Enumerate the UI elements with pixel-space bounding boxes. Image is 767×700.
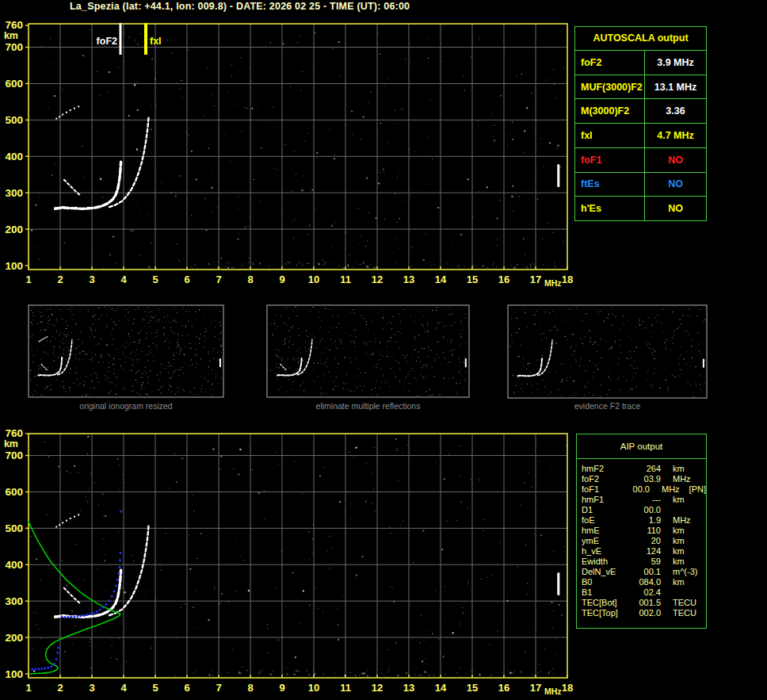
noise-dot (297, 42, 298, 43)
noise-dot (550, 312, 551, 313)
noise-dot (167, 316, 168, 316)
aip-name: TEC[Top] (582, 608, 628, 618)
noise-dot (96, 344, 97, 345)
noise-dot (238, 233, 239, 234)
noise-dot (593, 377, 593, 377)
noise-dot (133, 361, 134, 361)
noise-dot (335, 341, 336, 342)
noise-dot (189, 568, 191, 570)
noise-dot (41, 370, 42, 371)
thumb-interference-dash (219, 358, 221, 367)
noise-dot (48, 108, 48, 109)
noise-dot (511, 196, 513, 197)
noise-dot (119, 320, 120, 321)
noise-dot (653, 354, 654, 355)
noise-dot (182, 335, 183, 336)
noise-dot (70, 369, 71, 369)
noise-dot (381, 381, 382, 382)
noise-dot (212, 351, 212, 352)
noise-dot (161, 387, 162, 388)
noise-dot (363, 342, 364, 342)
noise-dot (276, 349, 277, 350)
noise-dot (74, 319, 74, 319)
noise-dot (349, 452, 349, 453)
noise-dot (515, 385, 516, 386)
noise-dot (526, 266, 528, 268)
noise-dot (112, 344, 113, 345)
noise-dot (40, 316, 41, 317)
noise-dot (199, 309, 200, 310)
noise-dot (90, 387, 90, 388)
noise-dot (531, 487, 532, 488)
noise-dot (212, 211, 212, 212)
noise-dot (221, 331, 222, 332)
noise-dot (353, 391, 354, 392)
noise-dot (162, 364, 162, 365)
noise-dot (289, 342, 290, 342)
aip-row-tec-bot-: TEC[Bot]001.5TECU (582, 598, 706, 608)
noise-dot (115, 310, 116, 311)
noise-dot (427, 366, 428, 367)
noise-dot (291, 327, 292, 328)
noise-dot (63, 350, 64, 350)
noise-dot (460, 502, 461, 503)
noise-dot (57, 380, 58, 381)
noise-dot (387, 142, 387, 143)
noise-dot (221, 352, 222, 353)
noise-dot (388, 79, 389, 80)
noise-dot (44, 330, 45, 331)
noise-dot (62, 560, 63, 561)
thumb-trace (518, 358, 543, 377)
noise-dot (512, 622, 513, 622)
aip-value: 002.0 (628, 608, 661, 618)
noise-dot (530, 264, 531, 265)
noise-dot (123, 388, 124, 389)
noise-dot (200, 334, 201, 335)
trace-dot (44, 667, 47, 670)
noise-dot (582, 320, 583, 321)
noise-dot (285, 668, 286, 669)
noise-dot (333, 389, 334, 390)
noise-dot (372, 322, 372, 323)
noise-dot (525, 652, 525, 653)
noise-dot (87, 502, 88, 503)
noise-dot (456, 393, 457, 394)
noise-dot (634, 351, 635, 352)
noise-dot (668, 390, 669, 391)
noise-dot (282, 364, 283, 365)
aip-value: 03.9 (628, 474, 661, 484)
noise-dot (527, 583, 528, 584)
noise-dot (324, 378, 325, 379)
noise-dot (370, 264, 371, 265)
autoscala-param-value: NO (645, 148, 706, 172)
noise-dot (428, 357, 429, 358)
noise-dot (410, 195, 411, 196)
noise-dot (178, 375, 179, 376)
noise-dot (496, 266, 497, 267)
noise-dot (367, 675, 368, 676)
noise-dot (561, 381, 562, 382)
noise-dot (112, 382, 113, 383)
noise-dot (48, 323, 48, 323)
noise-dot (408, 374, 409, 375)
noise-dot (296, 307, 296, 308)
noise-dot (549, 330, 550, 331)
noise-dot (220, 333, 221, 334)
noise-dot (447, 340, 448, 341)
noise-dot (396, 222, 397, 223)
noise-dot (62, 89, 63, 90)
noise-dot (543, 264, 544, 265)
noise-dot (325, 262, 326, 263)
noise-dot (281, 386, 282, 387)
trace-dot (119, 566, 121, 568)
noise-dot (451, 245, 452, 246)
trace-dot (93, 612, 95, 614)
thumbnail-caption-2: eliminate multiple reflections (267, 401, 469, 411)
noise-dot (647, 344, 647, 345)
noise-dot (320, 341, 321, 342)
noise-dot (98, 319, 99, 320)
noise-dot (362, 390, 363, 391)
noise-dot (176, 312, 177, 313)
noise-dot (138, 308, 139, 308)
noise-dot (165, 341, 166, 342)
